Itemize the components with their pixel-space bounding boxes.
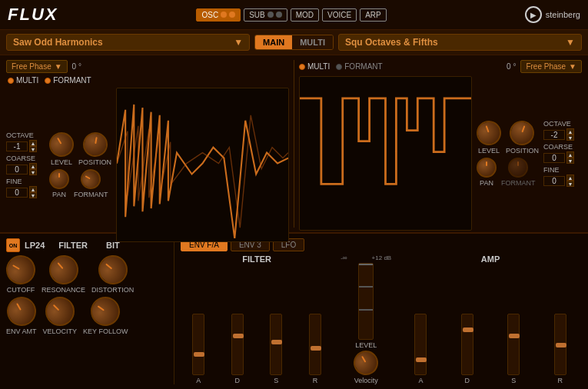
right-formant-group: FORMANT bbox=[501, 158, 536, 187]
cutoff-group: CUTOFF bbox=[6, 255, 35, 294]
tab-main[interactable]: MAIN bbox=[255, 35, 292, 49]
bottom-divider bbox=[174, 238, 174, 384]
osc-left-panel: Free Phase ▼ 0 ° MULTI FORMANT bbox=[6, 60, 289, 228]
nav-arp[interactable]: ARP bbox=[360, 8, 387, 22]
left-pan-label: PAN bbox=[52, 191, 66, 198]
right-fine-down[interactable]: ▼ bbox=[566, 181, 574, 187]
left-octave-down[interactable]: ▼ bbox=[29, 146, 37, 152]
resonance-knob[interactable] bbox=[43, 249, 85, 291]
left-pan-knob[interactable] bbox=[49, 169, 69, 189]
amp-sustain-slider[interactable] bbox=[507, 314, 520, 375]
right-fine-up[interactable]: ▲ bbox=[566, 175, 574, 181]
amp-release-group: R bbox=[539, 314, 582, 384]
env-content: FILTER A bbox=[181, 254, 582, 384]
right-coarse-down[interactable]: ▼ bbox=[566, 158, 574, 164]
env-amt-knob[interactable] bbox=[2, 291, 42, 331]
right-formant-dot bbox=[336, 64, 342, 70]
left-octave-group: OCTAVE -1 ▲ ▼ bbox=[6, 131, 45, 152]
right-fine-group: FINE 0 ▲ ▼ bbox=[543, 166, 582, 187]
left-formant-radio[interactable]: FORMANT bbox=[45, 76, 91, 85]
right-level-knob[interactable] bbox=[473, 117, 504, 148]
amp-decay-group: D bbox=[446, 314, 489, 384]
right-octave-down[interactable]: ▼ bbox=[566, 135, 574, 141]
left-phase-select[interactable]: Free Phase ▼ bbox=[6, 60, 68, 73]
osc-divider bbox=[294, 60, 294, 228]
left-fine-up[interactable]: ▲ bbox=[29, 186, 37, 192]
filter-velocity-knob[interactable] bbox=[39, 291, 81, 332]
filter-decay-slider[interactable] bbox=[231, 314, 244, 375]
on-button[interactable]: ON bbox=[6, 238, 20, 252]
amp-env-section: AMP A bbox=[399, 254, 582, 384]
right-coarse-val[interactable]: 0 bbox=[543, 153, 565, 163]
tab-multi[interactable]: MULTI bbox=[292, 35, 333, 49]
nav-dot-2 bbox=[229, 12, 235, 18]
amp-attack-slider[interactable] bbox=[414, 314, 427, 375]
amp-decay-slider[interactable] bbox=[461, 314, 473, 375]
right-octave-val[interactable]: -2 bbox=[543, 130, 565, 140]
right-phase-select[interactable]: Free Phase ▼ bbox=[520, 60, 582, 73]
key-follow-knob[interactable] bbox=[85, 291, 126, 332]
left-coarse-down[interactable]: ▼ bbox=[29, 169, 37, 175]
osc-right-panel: MULTI FORMANT 0 ° Free Phase ▼ bbox=[299, 60, 582, 228]
left-multi-radio[interactable]: MULTI bbox=[8, 76, 38, 85]
left-preset-select[interactable]: Saw Odd Harmonics ▼ bbox=[6, 34, 250, 51]
right-fine-val[interactable]: 0 bbox=[543, 176, 565, 186]
cutoff-knob[interactable] bbox=[1, 250, 41, 290]
filter-attack-label: A bbox=[196, 377, 201, 384]
nav-osc[interactable]: OSC bbox=[196, 8, 241, 22]
amp-velocity-knob[interactable] bbox=[349, 346, 383, 380]
left-octave-up[interactable]: ▲ bbox=[29, 140, 37, 146]
right-degree: 0 ° bbox=[507, 62, 516, 71]
left-fine-val[interactable]: 0 bbox=[6, 188, 28, 198]
left-coarse-up[interactable]: ▲ bbox=[29, 163, 37, 169]
steinberg-circle-icon: ▶ bbox=[525, 6, 542, 23]
left-preset-label: Saw Odd Harmonics bbox=[13, 37, 103, 48]
left-preset-arrow: ▼ bbox=[234, 37, 243, 48]
right-multi-radio[interactable]: MULTI bbox=[299, 62, 330, 71]
right-pan-group: PAN bbox=[477, 158, 497, 187]
right-position-knob[interactable] bbox=[507, 117, 538, 148]
right-formant-knob[interactable] bbox=[508, 158, 528, 178]
filter-env-label: FILTER bbox=[181, 254, 333, 264]
left-coarse-val[interactable]: 0 bbox=[6, 165, 28, 175]
nav-sub-label: SUB bbox=[249, 11, 265, 19]
nav-voice[interactable]: VOICE bbox=[322, 8, 357, 22]
left-multi-dot bbox=[8, 78, 14, 84]
steinberg-label: steinberg bbox=[546, 10, 580, 19]
distortion-knob[interactable] bbox=[92, 249, 134, 291]
left-position-label: POSITION bbox=[78, 158, 111, 166]
left-position-knob[interactable] bbox=[81, 130, 109, 158]
right-coarse-group: COARSE 0 ▲ ▼ bbox=[543, 143, 582, 164]
nav-mod[interactable]: MOD bbox=[291, 8, 319, 22]
key-follow-group: KEY FOLLOW bbox=[83, 297, 128, 335]
left-formant-knob[interactable] bbox=[77, 165, 105, 193]
amp-attack-label: A bbox=[418, 377, 423, 384]
right-pan-label: PAN bbox=[480, 179, 493, 187]
on-label: ON bbox=[9, 243, 18, 248]
filter-sustain-slider[interactable] bbox=[270, 314, 282, 375]
left-formant-group: FORMANT bbox=[74, 169, 108, 198]
right-preset-select[interactable]: Squ Octaves & Fifths ▼ bbox=[338, 34, 582, 51]
left-phase-label: Free Phase bbox=[12, 62, 51, 71]
level-max-label: +12 dB bbox=[372, 254, 392, 261]
right-formant-radio[interactable]: FORMANT bbox=[336, 62, 382, 71]
left-octave-val[interactable]: -1 bbox=[6, 141, 28, 151]
right-pan-knob[interactable] bbox=[477, 158, 497, 178]
left-level-knob[interactable] bbox=[45, 128, 78, 161]
left-pan-group: PAN bbox=[49, 169, 69, 198]
nav-sub[interactable]: SUB bbox=[244, 8, 287, 22]
right-position-group: POSITION bbox=[506, 121, 539, 155]
amp-velocity-group: Velocity bbox=[354, 351, 378, 384]
amp-release-slider[interactable] bbox=[554, 314, 566, 375]
nav-arp-label: ARP bbox=[365, 11, 381, 19]
filter-attack-slider[interactable] bbox=[192, 314, 204, 375]
right-position-label: POSITION bbox=[506, 147, 539, 155]
left-fine-down[interactable]: ▼ bbox=[29, 192, 37, 198]
right-formant-label: FORMANT bbox=[344, 62, 382, 71]
right-octave-up[interactable]: ▲ bbox=[566, 128, 574, 135]
amp-sustain-group: S bbox=[492, 314, 535, 384]
filter-attack-group: A bbox=[181, 314, 217, 384]
right-phase-label: Free Phase bbox=[526, 62, 566, 71]
filter-release-slider[interactable] bbox=[309, 314, 321, 375]
right-coarse-up[interactable]: ▲ bbox=[566, 151, 574, 158]
